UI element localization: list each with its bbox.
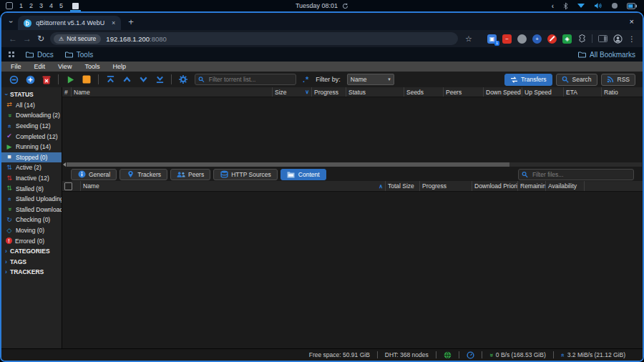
horizontal-scrollbar[interactable] [62,162,643,167]
content-col-name[interactable]: Name∧ [81,181,386,191]
tab-search-icon[interactable]: › [7,20,15,22]
priority-down-icon[interactable] [138,74,148,84]
workspace-active-indicator[interactable] [72,3,79,9]
regex-toggle-icon[interactable]: .* [303,75,309,84]
sidebar-item-stalled-downloading[interactable]: »Stalled Downloading ( [1,205,62,215]
connection-status-icon[interactable] [436,351,459,359]
sidebar-item-seeding-12[interactable]: »Seeding (12) [1,121,62,132]
rss-button[interactable]: RSS [601,74,635,86]
reload-icon[interactable]: ↻ [37,34,44,43]
extension-icon-4[interactable]: ◈ [562,34,572,44]
priority-up-icon[interactable] [122,74,132,84]
tab-peers[interactable]: Peers [170,169,210,180]
torrent-col-up-speed[interactable]: Up Speed [522,87,564,97]
extension-icon-2[interactable] [517,34,527,44]
workspace-1[interactable]: 1 [19,2,23,9]
workspace-2[interactable]: 2 [29,2,33,9]
torrent-col-seeds[interactable]: Seeds [404,87,444,97]
sidebar-item-moving-0[interactable]: ◇Moving (0) [1,225,62,236]
add-torrent-link-icon[interactable] [9,74,19,84]
menu-file[interactable]: File [4,63,28,70]
scrollbar-thumb[interactable] [67,162,509,167]
torrent-filter-input[interactable] [208,75,293,84]
menu-help[interactable]: Help [106,63,132,70]
select-all-checkbox[interactable] [64,182,72,190]
browser-tab[interactable]: qBittorrent v5.1.4 WebU × [18,16,121,30]
extensions-puzzle-icon[interactable] [577,34,586,43]
sidebar-section-tags[interactable]: ›TAGS [1,257,62,268]
sidebar-section-status[interactable]: › STATUS [1,89,62,100]
back-icon[interactable]: ← [9,34,17,43]
sidebar-item-downloading-2[interactable]: »Downloading (2) [1,110,62,121]
sidebar-item-running-14[interactable]: ▶Running (14) [1,142,62,152]
side-panel-icon[interactable] [598,35,608,42]
all-bookmarks-button[interactable]: All Bookmarks [578,51,635,59]
content-col-download-priority[interactable]: Download Priority [472,181,518,191]
scroll-left-icon[interactable] [63,162,66,167]
blocker-icon[interactable] [547,34,557,44]
torrent-col-status[interactable]: Status [346,87,404,97]
menu-view[interactable]: View [52,63,78,70]
tab-content[interactable]: Content [280,169,326,180]
browser-menu-icon[interactable]: ⋮ [628,35,635,43]
tab-general[interactable]: General [71,169,117,180]
torrent-col-ratio[interactable]: Ratio [602,87,644,97]
torrent-col-name[interactable]: Name [72,87,273,97]
bookmark-tools[interactable]: Tools [65,51,93,59]
options-gear-icon[interactable] [178,74,188,84]
sidebar-item-inactive-12[interactable]: ⇅Inactive (12) [1,173,62,184]
bookmark-docs[interactable]: Docs [26,51,54,59]
volume-icon[interactable] [594,2,602,9]
new-tab-button[interactable]: + [128,16,134,27]
sidebar-section-categories[interactable]: ›CATEGORIES [1,246,62,257]
bluetooth-icon[interactable] [563,2,568,10]
torrent-col-peers[interactable]: Peers [444,87,484,97]
add-torrent-file-icon[interactable] [25,74,35,84]
bookmark-star-icon[interactable]: ☆ [465,34,472,44]
torrent-col-eta[interactable]: ETA [564,87,602,97]
collapse-tray-icon[interactable]: ‹ [552,2,554,10]
torrent-col-size[interactable]: Size∨ [273,87,312,97]
sidebar-item-checking-0[interactable]: ↻Checking (0) [1,215,62,225]
workspace-4[interactable]: 4 [49,2,53,9]
transfers-button[interactable]: Transfers [504,74,552,86]
apps-grid-icon[interactable] [9,52,14,57]
tab-close-icon[interactable]: × [112,19,115,26]
menu-tools[interactable]: Tools [78,63,106,70]
sidebar-item-stopped-0[interactable]: ■Stopped (0) [1,152,62,163]
torrent-col-progress[interactable]: Progress [312,87,346,97]
status-dot-icon[interactable] [612,3,618,9]
file-filter-input[interactable] [531,170,630,179]
workspace-5[interactable]: 5 [59,2,63,9]
menu-edit[interactable]: Edit [28,63,52,70]
extension-icon-3[interactable]: + [532,34,542,44]
workspace-3[interactable]: 3 [39,2,43,9]
torrent-col--[interactable]: # [62,87,72,97]
priority-bottom-icon[interactable] [155,74,165,84]
profile-avatar-icon[interactable] [613,34,623,44]
search-button[interactable]: Search [556,74,597,86]
sidebar-item-stalled-uploading-7[interactable]: »Stalled Uploading (7) [1,194,62,205]
forward-icon[interactable]: → [23,34,31,43]
extension-icon-1[interactable]: ▣1 [487,34,497,44]
security-chip[interactable]: ⚠Not secure [54,34,101,44]
url-bar[interactable]: ⚠Not secure 192.168.1.200:8080 [50,32,458,45]
sidebar-item-active-2[interactable]: ⇅Active (2) [1,162,62,173]
sidebar-section-trackers[interactable]: ›TRACKERS [1,267,62,278]
sidebar-item-all-14[interactable]: ⇄All (14) [1,100,62,111]
tab-trackers[interactable]: Trackers [119,169,167,180]
torrent-col-down-speed[interactable]: Down Speed [484,87,522,97]
adblock-icon[interactable]: − [502,34,512,44]
window-close-icon[interactable]: × [630,17,637,26]
content-col-progress[interactable]: Progress [420,181,472,191]
resume-icon[interactable] [65,74,75,84]
content-table-body[interactable] [62,192,643,348]
filter-by-select[interactable]: Name ▾ [347,74,394,85]
speed-limits-icon[interactable] [459,351,482,359]
content-col-total-size[interactable]: Total Size [386,181,420,191]
content-col-availability[interactable]: Availability [546,181,585,191]
network-icon[interactable] [577,4,585,8]
content-col-checkbox[interactable] [62,181,81,191]
stop-icon[interactable] [82,74,92,84]
delete-torrent-icon[interactable] [42,74,52,84]
